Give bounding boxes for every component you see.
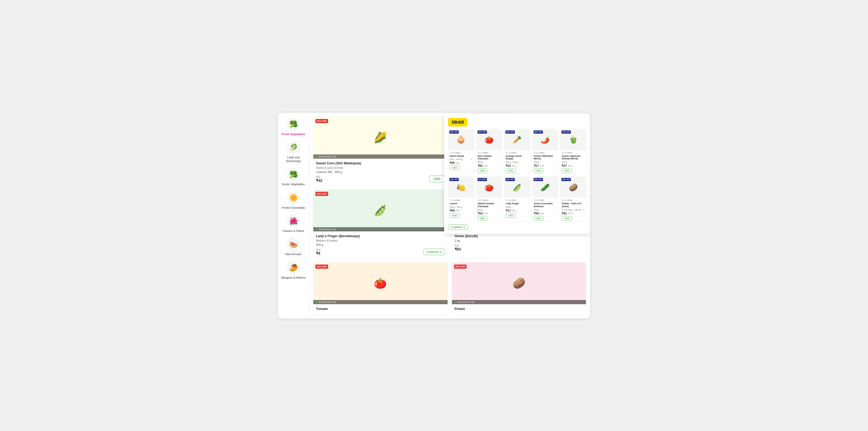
badge-ladys-finger: 20% OFF — [315, 192, 328, 196]
sidebar-label-mangoes-melons: Mangoes & Melons — [281, 276, 306, 280]
blinkit-price-new-desi-tomato: ₹32 — [478, 164, 483, 168]
blinkit-name-orange-carrot: Orange Carrot (Gajar) — [506, 155, 529, 161]
blinkit-weight-green-capsicum: 250 g — [562, 161, 585, 163]
badge-tomato: 34% OFF — [315, 264, 328, 269]
price-old-ladys-finger: ₹10 — [316, 248, 320, 251]
blinkit-price-row-lemon: ₹69 ₹91 — [450, 209, 472, 212]
sourced-dot-potato — [454, 301, 456, 303]
blinkit-weight-row-lemon: 220 g - 250 g — [450, 206, 472, 208]
blinkit-badge-desi-tomato: 35% OFF — [477, 131, 487, 134]
blinkit-img-hybrid-tomato: 21% OFF 🍅 — [476, 177, 502, 198]
blinkit-add-btn-green-cucumber[interactable]: ADD — [534, 216, 544, 221]
sourced-bar-tomato: Sourced at 5 AM — [313, 300, 447, 304]
blinkit-price-old-green-cucumber: ₹53 — [540, 212, 544, 215]
blinkit-weight-row-potato-pack: 2 x 0.95 kg - 1.05 kg ∨ — [562, 209, 585, 211]
sidebar-item-fresh-vegetables[interactable]: 🥦 Fresh Vegetables — [278, 115, 309, 139]
blinkit-weight-green-cucumber: 500 g — [534, 209, 557, 211]
blinkit-name-desi-tomato: Desi Tomato (Tamatar) — [478, 155, 501, 161]
sidebar-item-new-arrivals[interactable]: 🍉 New Arrivals — [278, 235, 309, 259]
blinkit-item-orange-carrot: 26% OFF 🥕 ⏱11 MINS Orange Carrot (Gajar)… — [504, 129, 530, 175]
sidebar-item-mangoes-melons[interactable]: 🥭 Mangoes & Melons — [278, 259, 309, 282]
blinkit-price-row-green-capsicum: ₹27 ₹34 — [562, 164, 585, 168]
options-btn-ladys-finger[interactable]: 3 options ∨ — [424, 249, 445, 255]
product-name-tomato: Tomato — [316, 307, 445, 311]
blinkit-item-lemon: 34% OFF 🍋 ⏱11 MINS Lemon 220 g - 250 g ₹… — [448, 177, 474, 222]
blinkit-info-onion-pyaz: ⏱11 MINS Onion (Pyaz) 0.95 - 1.05 kg ∨ ₹… — [448, 150, 474, 175]
blinkit-info-green-chilli: ⏱11 MINS Green Chilli (Hari Mirch) 100 g… — [532, 150, 558, 175]
blinkit-logo: blinkit — [448, 118, 467, 126]
blinkit-info-green-cucumber: ⏱11 MINS Green Cucumber (Kheera) 500 g ₹… — [532, 198, 558, 222]
sourced-bar-potato: Sourced at 5 AM — [452, 300, 586, 304]
blinkit-name-potato-pack: Potato - Pack of 2 (Aloo) — [562, 202, 585, 208]
sidebar-item-leafy-seasonings[interactable]: 🥬 Leafy and Seasonings — [278, 139, 309, 166]
blinkit-add-btn-green-chilli[interactable]: ADD — [534, 168, 544, 173]
blinkit-price-row-lady-finger: ₹17 ₹21 — [506, 209, 529, 212]
blinkit-time-desi-tomato: ⏱11 MINS — [478, 151, 501, 154]
blinkit-options-btn[interactable]: 3 options ∨ — [448, 224, 468, 230]
blinkit-weight-orange-carrot: 200 g - 250 g — [506, 161, 529, 163]
blinkit-weight-row-desi-tomato: 500 g — [478, 161, 501, 163]
price-new-onion-eerulli: ₹63 — [455, 247, 461, 251]
blinkit-time-lemon: ⏱11 MINS — [450, 199, 472, 201]
sidebar-item-flowers-plants[interactable]: 🌺 Flowers & Plants — [278, 212, 309, 235]
blinkit-price-new-green-capsicum: ₹27 — [562, 164, 567, 168]
sidebar-item-exotic-vegetables[interactable]: 🥦 Exotic Vegetables — [278, 165, 309, 189]
blinkit-img-lady-finger: 39% OFF 🫛 — [504, 177, 530, 198]
blinkit-info-lady-finger: ⏱11 MINS Lady Finger 250 g ₹17 ₹21 ADD — [504, 198, 530, 222]
sidebar-label-new-arrivals: New Arrivals — [285, 252, 301, 256]
price-old-onion-eerulli: ₹79 — [455, 244, 461, 247]
sourced-bar-sweet-corn: Sourced at 5 AM — [313, 154, 447, 159]
sidebar-item-festive-essentials[interactable]: 🌼 Festive Essentials — [278, 189, 309, 212]
price-row-onion-eerulli: ₹79 ₹63 — [455, 244, 584, 251]
blinkit-info-lemon: ⏱11 MINS Lemon 220 g - 250 g ₹69 ₹91 ADD — [448, 198, 474, 222]
blinkit-add-btn-lady-finger[interactable]: ADD — [506, 213, 516, 218]
blinkit-price-old-green-capsicum: ₹34 — [568, 165, 572, 167]
sidebar-icon-mangoes-melons: 🥭 — [287, 261, 300, 275]
sidebar-label-fresh-vegetables: Fresh Vegetables — [281, 132, 305, 136]
product-card-sweet-corn: 31% OFF 🌽 Sourced at 5 AM Sweet Corn (Si… — [313, 117, 448, 185]
product-emoji-sweet-corn: 🌽 — [313, 117, 447, 159]
blinkit-item-hybrid-tomato: 21% OFF 🍅 ⏱11 MINS Hybrid Tomato (Tamata… — [476, 177, 502, 222]
blinkit-add-btn-orange-carrot[interactable]: ADD — [506, 168, 516, 173]
blinkit-price-old-hybrid-tomato: ₹42 — [484, 212, 488, 215]
blinkit-add-btn-onion-pyaz[interactable]: ADD — [450, 165, 460, 170]
product-weight-sweet-corn: 2 pieces 300 - 400 g — [316, 170, 445, 173]
product-card-tomato: 34% OFF 🍅 Sourced at 5 AM Tomato — [313, 262, 448, 315]
product-weight-onion-eerulli: 1 kg — [455, 239, 584, 242]
content-area: 31% OFF 🌽 Sourced at 5 AM Sweet Corn (Si… — [309, 113, 590, 319]
blinkit-badge-onion-pyaz: 30% OFF — [450, 131, 459, 134]
sourced-text-sweet-corn: Sourced at 5 AM — [318, 155, 336, 158]
blinkit-add-btn-potato-pack[interactable]: ADD — [562, 216, 571, 221]
blinkit-badge-green-capsicum: 35% OFF — [561, 131, 571, 134]
blinkit-weight-potato-pack: 2 x 0.95 kg - 1.05 kg — [562, 209, 582, 211]
blinkit-price-row-onion-pyaz: ₹59 ₹74 — [450, 161, 472, 165]
blinkit-weight-desi-tomato: 500 g — [478, 161, 501, 163]
product-desc-ladys-finger: Medium & tender — [316, 239, 445, 242]
product-image-tomato: 34% OFF 🍅 Sourced at 5 AM — [313, 262, 447, 304]
blinkit-item-green-chilli: 36% OFF 🌶️ ⏱11 MINS Green Chilli (Hari M… — [532, 129, 558, 175]
product-name-sweet-corn: Sweet Corn (Sihi Mekkejola) — [316, 161, 445, 165]
blinkit-price-new-lady-finger: ₹17 — [506, 209, 510, 212]
blinkit-price-row-potato-pack: ₹91 ₹124 — [562, 212, 585, 215]
blinkit-add-btn-green-capsicum[interactable]: ADD — [562, 168, 571, 173]
blinkit-badge-orange-carrot: 26% OFF — [505, 131, 515, 134]
blinkit-info-orange-carrot: ⏱11 MINS Orange Carrot (Gajar) 200 g - 2… — [504, 150, 530, 175]
sidebar-icon-fresh-vegetables: 🥦 — [287, 118, 300, 131]
blinkit-time-green-cucumber: ⏱11 MINS — [534, 199, 557, 201]
sourced-text-ladys-finger: Sourced at 5 AM — [318, 228, 336, 231]
blinkit-weight-onion-pyaz: 0.95 - 1.05 kg — [450, 158, 470, 161]
product-name-ladys-finger: Lady's Finger (Bendekaayi) — [316, 234, 445, 238]
blinkit-add-btn-desi-tomato[interactable]: ADD — [478, 168, 488, 173]
blinkit-name-onion-pyaz: Onion (Pyaz) — [450, 155, 472, 157]
blinkit-info-green-capsicum: ⏱11 MINS Green Capsicum (Shimla Mirch) 2… — [560, 150, 586, 175]
blinkit-weight-row-hybrid-tomato: 500 g — [478, 209, 501, 211]
add-btn-sweet-corn[interactable]: ADD — [429, 176, 445, 182]
price-row-ladys-finger: ₹10 ₹8 3 options ∨ — [316, 248, 445, 255]
blinkit-badge-green-cucumber: 36% OFF — [534, 178, 543, 181]
blinkit-grid: 30% OFF 🧅 ⏱11 MINS Onion (Pyaz) 0.95 - 1… — [448, 129, 586, 222]
blinkit-add-btn-lemon[interactable]: ADD — [450, 213, 460, 218]
product-name-onion-eerulli: Onion (Eerulli) — [455, 234, 584, 238]
blinkit-info-desi-tomato: ⏱11 MINS Desi Tomato (Tamatar) 500 g ₹32… — [476, 150, 502, 175]
product-card-ladys-finger: 20% OFF 🫛 Sourced at 5 AM Lady's Finger … — [313, 190, 448, 258]
blinkit-add-btn-hybrid-tomato[interactable]: ADD — [478, 216, 488, 221]
